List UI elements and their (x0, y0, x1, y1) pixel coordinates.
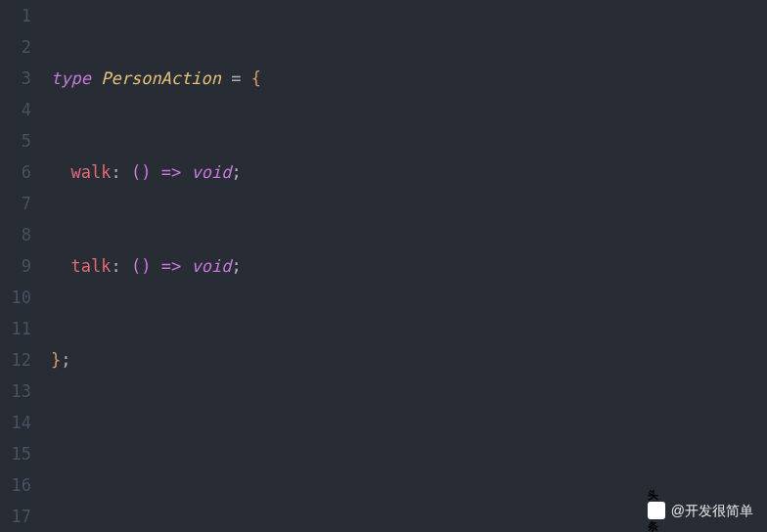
line-number: 6 (8, 156, 31, 188)
line-number: 3 (8, 63, 31, 94)
line-number: 1 (8, 0, 31, 31)
line-number: 15 (8, 438, 31, 469)
line-number: 13 (8, 376, 31, 407)
line-number: 16 (8, 469, 31, 501)
line-number: 4 (8, 94, 31, 125)
code-line (51, 438, 767, 469)
line-number: 10 (8, 282, 31, 313)
watermark-text: @开发很简单 (671, 495, 753, 526)
line-number: 7 (8, 188, 31, 219)
line-gutter: 1 2 3 4 5 6 7 8 9 10 11 12 13 14 15 16 1… (0, 0, 43, 532)
line-number: 14 (8, 407, 31, 438)
line-number: 9 (8, 250, 31, 282)
code-line: walk: () => void; (51, 156, 767, 188)
code-editor: 1 2 3 4 5 6 7 8 9 10 11 12 13 14 15 16 1… (0, 0, 767, 532)
line-number: 8 (8, 219, 31, 250)
line-number: 12 (8, 344, 31, 376)
watermark: 头条 @开发很简单 (648, 495, 753, 526)
line-number: 17 (8, 501, 31, 532)
code-line: talk: () => void; (51, 250, 767, 282)
code-line: }; (51, 344, 767, 376)
code-area[interactable]: type PersonAction = { walk: () => void; … (43, 0, 767, 532)
line-number: 2 (8, 31, 31, 63)
code-line: type PersonAction = { (51, 63, 767, 94)
line-number: 5 (8, 125, 31, 156)
line-number: 11 (8, 313, 31, 344)
watermark-logo-icon: 头条 (648, 502, 665, 519)
